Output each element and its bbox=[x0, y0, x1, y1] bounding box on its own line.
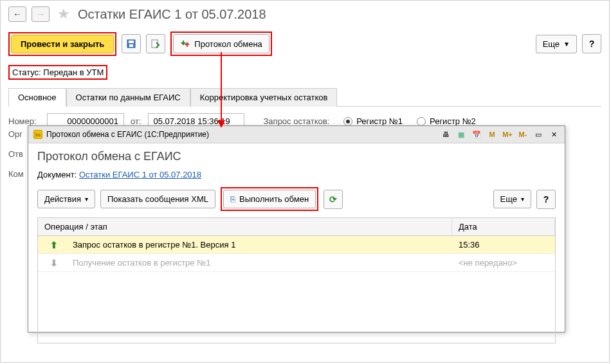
show-xml-button[interactable]: Показать сообщения XML bbox=[100, 190, 215, 208]
radio-reg1[interactable]: Регистр №1 bbox=[343, 116, 403, 126]
protocol-table: Операция / этап Дата ⬆ Запрос остатков в… bbox=[37, 217, 556, 343]
help-button[interactable]: ? bbox=[582, 34, 601, 53]
modal-titlebar: 1c Протокол обмена с ЕГАИС (1С:Предприят… bbox=[28, 126, 565, 143]
table-empty-space bbox=[38, 272, 555, 343]
org-label: Орг bbox=[8, 129, 24, 139]
modal-more-label: Еще bbox=[500, 194, 517, 204]
modal-help-button[interactable]: ? bbox=[536, 190, 556, 209]
tab-main[interactable]: Основное bbox=[8, 88, 66, 107]
modal-more-button[interactable]: Еще ▾ bbox=[493, 190, 531, 208]
tabs: Основное Остатки по данным ЕГАИС Коррект… bbox=[8, 87, 601, 107]
protocol-modal: 1c Протокол обмена с ЕГАИС (1С:Предприят… bbox=[28, 125, 565, 332]
chevron-down-icon: ▾ bbox=[85, 196, 88, 203]
calendar-icon[interactable]: 📅 bbox=[471, 129, 482, 140]
modal-heading: Протокол обмена с ЕГАИС bbox=[37, 150, 556, 163]
radio-reg2-input[interactable] bbox=[417, 117, 426, 126]
chevron-down-icon: ▼ bbox=[563, 41, 570, 48]
actions-label: Действия bbox=[44, 194, 81, 204]
chevron-down-icon: ▾ bbox=[521, 196, 524, 203]
m-button[interactable]: M bbox=[486, 129, 498, 140]
col-operation[interactable]: Операция / этап bbox=[38, 218, 452, 235]
modal-toolbar: Действия ▾ Показать сообщения XML ⎘ Выпо… bbox=[37, 187, 556, 211]
radio-reg2-label: Регистр №2 bbox=[430, 116, 476, 126]
request-label: Запрос остатков: bbox=[264, 116, 330, 126]
star-icon[interactable]: ★ bbox=[55, 6, 73, 23]
svg-rect-2 bbox=[129, 44, 133, 47]
save-button[interactable] bbox=[122, 34, 141, 53]
col-date[interactable]: Дата bbox=[452, 218, 555, 235]
tab-balances[interactable]: Остатки по данным ЕГАИС bbox=[66, 88, 190, 107]
calc-icon[interactable]: ▦ bbox=[455, 129, 467, 140]
radio-reg1-input[interactable] bbox=[343, 117, 352, 126]
table-row[interactable]: ⬆ Запрос остатков в регистре №1. Версия … bbox=[38, 236, 555, 254]
print-icon[interactable]: 🖶 bbox=[440, 129, 451, 140]
doc-label: Документ: bbox=[37, 170, 77, 179]
exchange-label: Выполнить обмен bbox=[239, 194, 309, 204]
more-label: Еще bbox=[543, 39, 560, 49]
highlight-exchange: ⎘ Выполнить обмен bbox=[221, 187, 318, 211]
tab-correction[interactable]: Корректировка учетных остатков bbox=[190, 88, 338, 107]
post-and-close-button[interactable]: Провести и закрыть bbox=[11, 35, 114, 53]
modal-title: Протокол обмена с ЕГАИС (1С:Предприятие) bbox=[46, 130, 209, 139]
mminus-button[interactable]: M- bbox=[517, 129, 529, 140]
minimize-icon[interactable]: ▭ bbox=[533, 129, 544, 140]
page-title: Остатки ЕГАИС 1 от 05.07.2018 bbox=[78, 7, 266, 22]
more-button[interactable]: Еще ▼ bbox=[536, 35, 577, 53]
otv-label: Отв bbox=[8, 149, 24, 159]
number-label: Номер: bbox=[8, 116, 41, 126]
row-op: Получение остатков в регистре №1 bbox=[70, 254, 452, 271]
nav-back-button[interactable]: ← bbox=[8, 6, 26, 22]
status-value: Передан в УТМ bbox=[43, 68, 104, 77]
main-toolbar: Провести и закрыть Протокол обмена Еще ▼… bbox=[1, 28, 609, 60]
app-1c-icon: 1c bbox=[33, 130, 42, 139]
protocol-button-label: Протокол обмена bbox=[194, 39, 262, 49]
radio-reg2[interactable]: Регистр №2 bbox=[417, 116, 476, 126]
radio-reg1-label: Регистр №1 bbox=[356, 116, 403, 126]
row-op: Запрос остатков в регистре №1. Версия 1 bbox=[70, 236, 452, 253]
table-row[interactable]: ⬇ Получение остатков в регистре №1 <не п… bbox=[38, 254, 555, 272]
kom-label: Ком bbox=[8, 169, 24, 179]
main-window: ← → ★ Остатки ЕГАИС 1 от 05.07.2018 Пров… bbox=[0, 0, 610, 363]
protocol-button[interactable]: Протокол обмена bbox=[173, 34, 269, 53]
titlebar: ← → ★ Остатки ЕГАИС 1 от 05.07.2018 bbox=[1, 1, 609, 28]
modal-body: Протокол обмена с ЕГАИС Документ: Остатк… bbox=[28, 143, 565, 350]
exchange-icon: ⎘ bbox=[230, 194, 235, 204]
doc-link[interactable]: Остатки ЕГАИС 1 от 05.07.2018 bbox=[79, 170, 201, 179]
actions-button[interactable]: Действия ▾ bbox=[37, 190, 95, 208]
svg-rect-1 bbox=[129, 41, 134, 43]
status-label: Статус: bbox=[12, 68, 41, 77]
refresh-button[interactable]: ⟳ bbox=[324, 190, 343, 209]
arrow-up-icon: ⬆ bbox=[38, 240, 70, 250]
row-date: <не передано> bbox=[452, 254, 555, 271]
mplus-button[interactable]: M+ bbox=[502, 129, 513, 140]
highlight-status: Статус: Передан в УТМ bbox=[8, 65, 107, 80]
from-label: от: bbox=[131, 116, 141, 126]
close-icon[interactable]: ✕ bbox=[548, 129, 560, 140]
row-date: 15:36 bbox=[452, 236, 555, 253]
exchange-icon bbox=[180, 39, 190, 49]
exchange-button[interactable]: ⎘ Выполнить обмен bbox=[223, 190, 316, 208]
side-labels: Орг Отв Ком bbox=[8, 129, 24, 179]
post-button[interactable] bbox=[146, 34, 165, 53]
doc-row: Документ: Остатки ЕГАИС 1 от 05.07.2018 bbox=[37, 170, 556, 179]
nav-forward-button[interactable]: → bbox=[32, 6, 50, 22]
table-header: Операция / этап Дата bbox=[38, 218, 555, 236]
highlight-post-close: Провести и закрыть bbox=[8, 32, 116, 56]
arrow-down-icon: ⬇ bbox=[38, 258, 70, 268]
status-row: Статус: Передан в УТМ bbox=[1, 62, 609, 82]
highlight-protocol: Протокол обмена bbox=[170, 32, 272, 56]
